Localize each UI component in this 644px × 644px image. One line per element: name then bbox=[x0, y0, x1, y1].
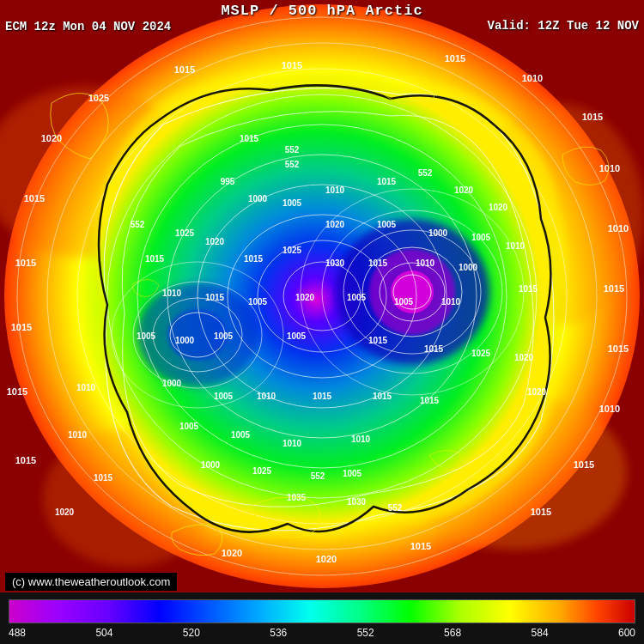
svg-text:1010: 1010 bbox=[76, 383, 96, 392]
svg-text:1030: 1030 bbox=[325, 258, 345, 268]
svg-text:1015: 1015 bbox=[94, 473, 113, 483]
svg-text:1020: 1020 bbox=[222, 548, 242, 558]
svg-text:1005: 1005 bbox=[471, 233, 491, 242]
svg-text:1015: 1015 bbox=[608, 343, 629, 354]
svg-text:1020: 1020 bbox=[316, 554, 337, 564]
svg-text:1005: 1005 bbox=[214, 392, 234, 401]
cb-label-520: 520 bbox=[183, 627, 200, 639]
cb-label-568: 568 bbox=[444, 627, 461, 639]
run-info: ECM 12z Mon 04 NOV 2024 bbox=[5, 20, 171, 33]
svg-text:1015: 1015 bbox=[424, 344, 444, 354]
svg-text:1000: 1000 bbox=[201, 460, 221, 470]
color-bar: 488 504 520 536 552 568 584 600 bbox=[0, 592, 644, 644]
svg-text:1015: 1015 bbox=[445, 53, 465, 64]
svg-text:1020: 1020 bbox=[527, 387, 547, 397]
svg-text:1015: 1015 bbox=[368, 336, 388, 345]
svg-text:1015: 1015 bbox=[420, 396, 440, 405]
svg-text:552: 552 bbox=[418, 168, 433, 178]
svg-text:1015: 1015 bbox=[282, 60, 302, 70]
svg-text:1020: 1020 bbox=[295, 293, 315, 302]
svg-text:1010: 1010 bbox=[522, 73, 543, 83]
copyright-box: (c) www.theweatheroutlook.com bbox=[5, 573, 177, 591]
svg-text:1025: 1025 bbox=[175, 228, 195, 238]
svg-text:995: 995 bbox=[221, 177, 235, 186]
svg-text:552: 552 bbox=[285, 160, 300, 169]
cb-label-600: 600 bbox=[618, 627, 635, 639]
svg-text:1025: 1025 bbox=[88, 93, 109, 103]
svg-text:552: 552 bbox=[285, 145, 300, 155]
svg-text:1005: 1005 bbox=[214, 331, 234, 341]
svg-text:1005: 1005 bbox=[179, 422, 199, 431]
svg-text:552: 552 bbox=[388, 503, 403, 513]
svg-text:1020: 1020 bbox=[55, 507, 75, 517]
svg-text:1015: 1015 bbox=[519, 284, 538, 294]
header-bar: MSLP / 500 hPA Arctic ECM 12z Mon 04 NOV… bbox=[0, 0, 644, 37]
svg-text:1015: 1015 bbox=[410, 541, 431, 551]
svg-text:1030: 1030 bbox=[347, 497, 367, 507]
map-title: MSLP / 500 hPA Arctic bbox=[5, 3, 639, 19]
header-row2: ECM 12z Mon 04 NOV 2024 Valid: 12Z Tue 1… bbox=[5, 19, 639, 34]
cb-label-488: 488 bbox=[9, 627, 26, 639]
cb-label-504: 504 bbox=[95, 627, 112, 639]
svg-text:1005: 1005 bbox=[343, 469, 362, 478]
svg-text:1010: 1010 bbox=[416, 258, 435, 268]
svg-text:1025: 1025 bbox=[252, 466, 272, 476]
svg-text:1015: 1015 bbox=[244, 254, 264, 264]
cb-label-552: 552 bbox=[357, 627, 374, 639]
svg-text:1025: 1025 bbox=[471, 349, 491, 358]
colorbar-svg bbox=[9, 600, 635, 623]
main-container: 1015 1015 1010 1015 1010 1010 1015 1015 … bbox=[0, 0, 644, 644]
svg-text:1015: 1015 bbox=[574, 459, 594, 470]
colorbar-labels: 488 504 520 536 552 568 584 600 bbox=[9, 627, 635, 639]
svg-text:1005: 1005 bbox=[287, 331, 307, 341]
svg-text:1005: 1005 bbox=[394, 297, 414, 307]
svg-text:1015: 1015 bbox=[531, 507, 551, 517]
svg-text:1005: 1005 bbox=[377, 220, 397, 229]
weather-map: 1015 1015 1010 1015 1010 1010 1015 1015 … bbox=[0, 0, 644, 592]
copyright-text: (c) www.theweatheroutlook.com bbox=[12, 575, 170, 588]
svg-text:1010: 1010 bbox=[441, 297, 461, 307]
svg-text:1015: 1015 bbox=[15, 258, 36, 268]
svg-text:1020: 1020 bbox=[205, 237, 225, 246]
valid-time: Valid: 12Z Tue 12 NOV bbox=[488, 19, 639, 33]
svg-text:1010: 1010 bbox=[162, 289, 182, 298]
svg-text:1010: 1010 bbox=[283, 439, 302, 448]
svg-text:1015: 1015 bbox=[368, 258, 388, 268]
svg-text:1020: 1020 bbox=[514, 353, 534, 362]
svg-text:1015: 1015 bbox=[11, 322, 32, 332]
svg-text:1010: 1010 bbox=[506, 241, 526, 251]
svg-text:1015: 1015 bbox=[604, 283, 624, 294]
svg-text:1000: 1000 bbox=[428, 228, 448, 238]
svg-text:1005: 1005 bbox=[283, 198, 302, 208]
svg-text:552: 552 bbox=[131, 220, 145, 229]
svg-text:1020: 1020 bbox=[325, 220, 345, 229]
cb-label-584: 584 bbox=[532, 627, 549, 639]
svg-text:552: 552 bbox=[311, 471, 325, 481]
svg-rect-117 bbox=[9, 600, 635, 623]
svg-text:1010: 1010 bbox=[599, 163, 620, 173]
svg-text:1000: 1000 bbox=[175, 336, 195, 345]
svg-text:1015: 1015 bbox=[240, 134, 259, 143]
svg-text:1015: 1015 bbox=[145, 254, 165, 264]
svg-text:1020: 1020 bbox=[454, 185, 474, 195]
svg-text:1015: 1015 bbox=[7, 386, 27, 397]
svg-text:1015: 1015 bbox=[15, 455, 36, 465]
cb-label-536: 536 bbox=[270, 627, 287, 639]
svg-text:1005: 1005 bbox=[347, 293, 367, 302]
svg-text:1010: 1010 bbox=[351, 434, 371, 444]
svg-point-8 bbox=[391, 270, 434, 313]
svg-text:1015: 1015 bbox=[174, 64, 195, 75]
svg-text:1025: 1025 bbox=[283, 246, 302, 255]
svg-text:1020: 1020 bbox=[489, 203, 508, 212]
svg-text:1000: 1000 bbox=[248, 194, 268, 204]
svg-text:1015: 1015 bbox=[373, 392, 392, 401]
svg-text:1010: 1010 bbox=[257, 392, 276, 401]
svg-text:1015: 1015 bbox=[205, 293, 225, 302]
svg-text:1005: 1005 bbox=[248, 297, 268, 307]
svg-text:1010: 1010 bbox=[608, 223, 629, 234]
svg-text:1010: 1010 bbox=[325, 185, 345, 195]
svg-text:1000: 1000 bbox=[162, 379, 182, 388]
svg-text:1015: 1015 bbox=[313, 392, 332, 401]
svg-text:1005: 1005 bbox=[231, 430, 251, 440]
svg-text:1015: 1015 bbox=[24, 193, 45, 204]
